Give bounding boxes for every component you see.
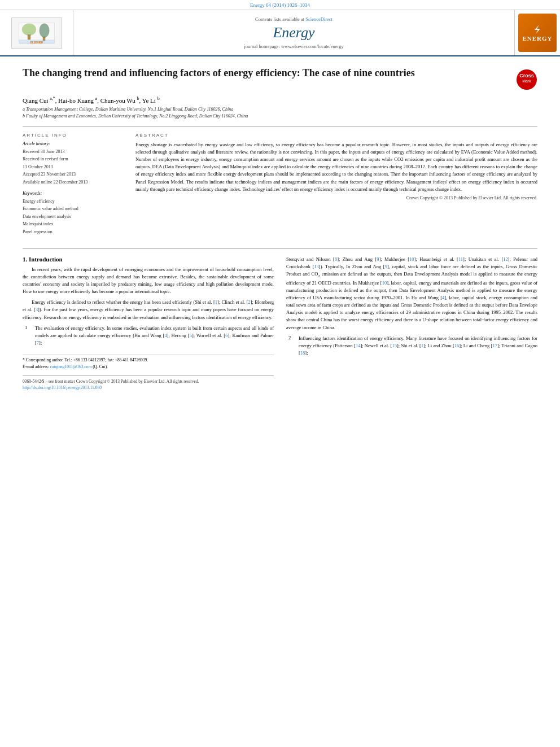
sciencedirect-link[interactable]: ScienceDirect [305,16,333,22]
svg-text:Cross: Cross [519,73,534,78]
author-cui: Qiang Cui a,*, Hai-bo Kuang a, Chun-you … [23,97,160,104]
article-title: The changing trend and influencing facto… [23,67,510,80]
article-info-col: ARTICLE INFO Article history: Received 3… [23,133,124,241]
body-left-col: 1. Introduction In recent years, with th… [23,256,274,390]
keywords-section: Keywords: Energy efficiency Economic val… [23,191,124,236]
kw1: Energy efficiency [23,198,124,206]
crossmark-badge: Cross Mark [516,69,537,90]
journal-homepage: journal homepage: www.elsevier.com/locat… [244,43,343,49]
citation-text: Energy 64 (2014) 1026–1034 [250,2,310,8]
keywords-list: Energy efficiency Economic value added m… [23,198,124,236]
contents-line: Contents lists available at ScienceDirec… [255,16,333,22]
citation-bar: Energy 64 (2014) 1026–1034 [0,0,560,10]
svg-marker-7 [535,25,540,34]
abstract-text: Energy shortage is exacerbated by energy… [135,141,537,193]
abstract-label: ABSTRACT [135,133,537,138]
intro-para1: In recent years, with the rapid developm… [23,266,274,296]
footnote-email: E-mail address: cuiqiang1011@163.com (Q.… [23,364,274,370]
ref-4[interactable]: 4 [164,333,167,338]
copyright-line: Crown Copyright © 2013 Published by Else… [135,195,537,200]
body-right-col: Stenqvist and Nilsson [8]; Zhou and Ang … [286,256,537,390]
kw5: Panel regression [23,228,124,236]
ref-4b[interactable]: 4 [442,295,444,300]
article-info-label: ARTICLE INFO [23,133,124,138]
keywords-title: Keywords: [23,191,124,196]
footer-doi[interactable]: http://dx.doi.org/10.1016/j.energy.2013.… [23,385,274,390]
numbered-item-2: 2 Influencing factors identification of … [286,335,537,357]
item2-text: Influencing factors identification of en… [299,335,537,357]
journal-badge-section: ENERGY [515,10,560,55]
ref-2[interactable]: 2 [248,299,250,305]
ref-7[interactable]: 7 [37,340,39,346]
accepted: Accepted 23 November 2013 [23,171,124,178]
email-link[interactable]: cuiqiang1011@163.com [50,364,92,369]
ref-18[interactable]: 18 [300,350,305,356]
article-main: The changing trend and influencing facto… [0,56,560,400]
abstract-col: ABSTRACT Energy shortage is exacerbated … [135,133,537,241]
page-footer: 0360-5442/$ – see front matter Crown Cop… [23,375,274,390]
item2-num: 2 [288,335,295,357]
numbered-item-1: 1 The evaluation of energy efficiency. I… [23,325,274,347]
ref-9b[interactable]: 9 [385,264,387,269]
ref-9[interactable]: 9 [377,256,379,262]
right-para1: Stenqvist and Nilsson [8]; Zhou and Ang … [286,256,537,331]
received-revised-date: 13 October 2013 [23,163,124,171]
ref-6[interactable]: 6 [225,333,228,338]
svg-point-1 [21,23,36,36]
elsevier-logo: ELSEVIER [11,18,62,49]
received: Received 30 June 2013 [23,148,124,156]
kw3: Data envelopment analysis [23,213,124,221]
ref-16[interactable]: 16 [454,343,460,348]
article-title-text: The changing trend and influencing facto… [23,67,510,80]
svg-text:ELSEVIER: ELSEVIER [30,41,43,44]
ref-5[interactable]: 5 [190,333,192,338]
affiliations: a Transportation Management College, Dal… [23,106,537,120]
history-items: Received 30 June 2013 Received in revise… [23,148,124,186]
journal-header: ELSEVIER Contents lists available at Sci… [0,10,560,56]
ref-15[interactable]: 15 [392,343,397,348]
intro-para2: Energy efficiency is defined to reflect … [23,299,274,321]
ref-10[interactable]: 10 [409,256,414,262]
elsevier-logo-section: ELSEVIER [0,10,73,55]
article-info-abstract: ARTICLE INFO Article history: Received 3… [23,126,537,241]
item1-text: The evaluation of energy efficiency. In … [35,325,274,347]
energy-badge: ENERGY [518,14,557,52]
footnote-divider [23,355,274,355]
intro-heading: 1. Introduction [23,256,274,263]
affil-a: a Transportation Management College, Dal… [23,106,537,113]
ref-1b[interactable]: 1 [421,343,423,348]
ref-10b[interactable]: 10 [382,280,387,286]
svg-point-3 [39,23,49,37]
kw2: Economic value added method [23,205,124,213]
received-revised-label: Received in revised form [23,155,124,163]
ref-13[interactable]: 13 [314,264,319,269]
ref-11[interactable]: 11 [458,256,463,262]
ref-1[interactable]: 1 [215,299,217,305]
badge-title: ENERGY [522,35,552,42]
svg-rect-2 [27,34,30,40]
footnote-area: * Corresponding author. Tel.: +86 133 04… [23,355,274,370]
history-title: Article history: [23,141,124,146]
affil-b: b Faulty of Management and Economics, Da… [23,113,537,120]
authors-line: Qiang Cui a,*, Hai-bo Kuang a, Chun-you … [23,96,537,104]
ref-8[interactable]: 8 [335,256,337,262]
body-content: 1. Introduction In recent years, with th… [23,248,537,390]
footnote-corresponding: * Corresponding author. Tel.: +86 133 04… [23,357,274,363]
ref-12[interactable]: 12 [503,256,508,262]
journal-center: Contents lists available at ScienceDirec… [73,10,515,55]
available: Available online 22 December 2013 [23,178,124,186]
journal-name: Energy [273,24,314,41]
doi-link[interactable]: http://dx.doi.org/10.1016/j.energy.2013.… [23,385,102,390]
article-title-section: The changing trend and influencing facto… [23,67,537,90]
ref-3[interactable]: 3 [36,307,38,312]
footer-copyright: 0360-5442/$ – see front matter Crown Cop… [23,379,274,384]
elsevier-logo-image: ELSEVIER [11,18,62,49]
item1-num: 1 [25,325,32,347]
kw4: Malmquist index [23,220,124,228]
svg-text:Mark: Mark [522,79,531,83]
ref-14[interactable]: 14 [356,343,361,348]
ref-17[interactable]: 17 [492,343,497,348]
article-history: Article history: Received 30 June 2013 R… [23,141,124,186]
